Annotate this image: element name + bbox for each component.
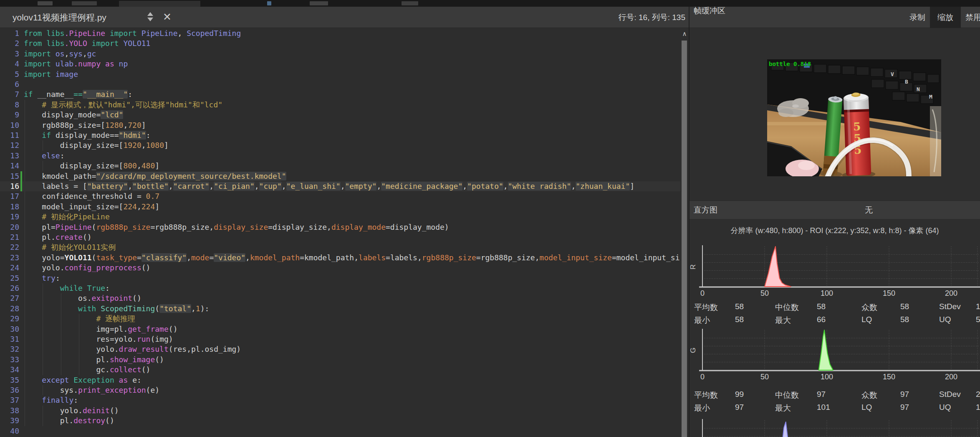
code-text: from libs.YOLO import YOLO11 [24, 38, 150, 48]
line-number: 4 [0, 59, 19, 69]
code-line[interactable]: 38 yolo.deinit() [0, 406, 680, 416]
code-line[interactable]: 16 labels = ["battery","bottle","carrot"… [0, 181, 680, 191]
code-line[interactable]: 37 finally: [0, 395, 680, 405]
key-letter: N [917, 86, 920, 92]
code-text: from libs.PipeLine import PipeLine, Scop… [24, 28, 241, 38]
active-tab-fragment [119, 1, 200, 7]
histogram-header: 直方图 无 [690, 201, 980, 219]
code-text: while True: [24, 283, 110, 293]
code-line[interactable]: 15 kmodel_path="/sdcard/mp_deployment_so… [0, 171, 680, 181]
code-text: yolo=YOLO11(task_type="classify",mode="v… [24, 253, 680, 263]
battery-brand-text: 555 [853, 120, 862, 157]
code-text: sys.print_exception(e) [24, 385, 159, 395]
line-number: 8 [0, 100, 19, 110]
frame-buffer-title: 帧缓冲区 [694, 0, 725, 21]
code-line[interactable]: 7if __name__=="__main__": [0, 89, 680, 99]
code-line[interactable]: 32 yolo.draw_result(res,pl.osd_img) [0, 344, 680, 354]
code-text: # 初始化YOLO11实例 [24, 242, 116, 252]
code-editor[interactable]: 1from libs.PipeLine import PipeLine, Sco… [0, 28, 680, 437]
code-text: else: [24, 151, 65, 161]
code-line[interactable]: 12 display_size=[1920,1080] [0, 140, 680, 150]
file-switcher-icon[interactable] [147, 12, 154, 23]
code-text: display_mode="lcd" [24, 110, 123, 120]
line-number: 33 [0, 355, 19, 365]
code-line[interactable]: 1from libs.PipeLine import PipeLine, Sco… [0, 28, 680, 38]
line-number: 18 [0, 202, 19, 212]
scrollbar-thumb[interactable] [682, 41, 687, 437]
camera-photo: V B N M [767, 59, 941, 176]
code-line[interactable]: 14 display_size=[800,480] [0, 161, 680, 171]
code-text: import image [24, 69, 78, 79]
disable-button[interactable]: 禁用 [961, 7, 980, 28]
code-line[interactable]: 21 pl.create() [0, 232, 680, 242]
line-number: 21 [0, 232, 19, 242]
code-text: if __name__=="__main__": [24, 89, 132, 99]
record-button[interactable]: 录制 [905, 7, 930, 28]
code-line[interactable]: 17 confidence_threshold = 0.7 [0, 191, 680, 201]
code-line[interactable]: 20 pl=PipeLine(rgb888p_size=rgb888p_size… [0, 222, 680, 232]
line-number: 15 [0, 171, 19, 181]
code-line[interactable]: 24 yolo.config_preprocess() [0, 263, 680, 273]
code-line[interactable]: 39 pl.destroy() [0, 416, 680, 426]
code-line[interactable]: 22 # 初始化YOLO11实例 [0, 242, 680, 252]
code-text: pl.destroy() [24, 416, 114, 426]
code-line[interactable]: 40 [0, 426, 680, 436]
open-file-name[interactable]: yolov11视频推理例程.py [13, 7, 106, 28]
code-line[interactable]: 36 sys.print_exception(e) [0, 385, 680, 395]
code-line[interactable]: 29 # 逐帧推理 [0, 314, 680, 324]
line-number: 24 [0, 263, 19, 273]
code-line[interactable]: 26 while True: [0, 283, 680, 293]
line-number: 36 [0, 385, 19, 395]
code-line[interactable]: 4import ulab.numpy as np [0, 59, 680, 69]
code-line[interactable]: 28 with ScopedTiming("total",1): [0, 304, 680, 314]
code-line[interactable]: 33 pl.show_image() [0, 355, 680, 365]
code-line[interactable]: 35 except Exception as e: [0, 375, 680, 385]
line-number: 20 [0, 222, 19, 232]
code-line[interactable]: 25 try: [0, 273, 680, 283]
zoom-button[interactable]: 缩放 [930, 7, 961, 28]
line-number: 16 [0, 181, 19, 191]
line-number: 6 [0, 79, 19, 89]
code-text: pl.show_image() [24, 355, 164, 365]
editor-scrollbar[interactable]: ∧ [680, 28, 689, 437]
key-letter: B [905, 79, 908, 85]
modified-lines-marker [20, 171, 22, 192]
code-line[interactable]: 5import image [0, 69, 680, 79]
code-line[interactable]: 23 yolo=YOLO11(task_type="classify",mode… [0, 253, 680, 263]
code-text: model_input_size=[224,224] [24, 202, 159, 212]
code-line[interactable]: 9 display_mode="lcd" [0, 110, 680, 120]
line-number: 37 [0, 395, 19, 405]
code-text: if display_mode=="hdmi": [24, 130, 150, 140]
code-line[interactable]: 27 os.exitpoint() [0, 293, 680, 303]
code-line[interactable]: 11 if display_mode=="hdmi": [0, 130, 680, 140]
code-text: with ScopedTiming("total",1): [24, 304, 209, 314]
code-line[interactable]: 13 else: [0, 151, 680, 161]
scroll-up-icon[interactable]: ∧ [680, 29, 689, 39]
code-line[interactable]: 10 rgb888p_size=[1280,720] [0, 120, 680, 130]
code-text: kmodel_path="/sdcard/mp_deployment_sourc… [24, 171, 286, 181]
code-text: res=yolo.run(img) [24, 334, 173, 344]
code-line[interactable]: 18 model_input_size=[224,224] [0, 202, 680, 212]
code-text: os.exitpoint() [24, 293, 141, 303]
code-line[interactable]: 19 # 初始化PipeLine [0, 212, 680, 222]
code-text: pl.create() [24, 232, 92, 242]
code-line[interactable]: 31 res=yolo.run(img) [0, 334, 680, 344]
line-number: 14 [0, 161, 19, 171]
code-text: confidence_threshold = 0.7 [24, 191, 159, 201]
code-text: rgb888p_size=[1280,720] [24, 120, 146, 130]
code-text: import os,sys,gc [24, 49, 96, 59]
close-file-icon[interactable]: ✕ [163, 7, 172, 28]
line-number: 40 [0, 426, 19, 436]
histogram-peak-B [778, 422, 792, 437]
code-text: display_size=[800,480] [24, 161, 159, 171]
tab-fragment [72, 1, 97, 5]
code-line[interactable]: 2from libs.YOLO import YOLO11 [0, 38, 680, 48]
code-line[interactable]: 30 img=pl.get_frame() [0, 324, 680, 334]
histogram-peak-R [765, 246, 791, 287]
histogram-mode-select[interactable]: 无 [865, 201, 873, 219]
code-line[interactable]: 34 gc.collect() [0, 365, 680, 375]
code-line[interactable]: 6 [0, 79, 680, 89]
code-line[interactable]: 8 # 显示模式，默认"hdmi",可以选择"hdmi"和"lcd" [0, 100, 680, 110]
code-line[interactable]: 3import os,sys,gc [0, 49, 680, 59]
line-number: 22 [0, 242, 19, 252]
